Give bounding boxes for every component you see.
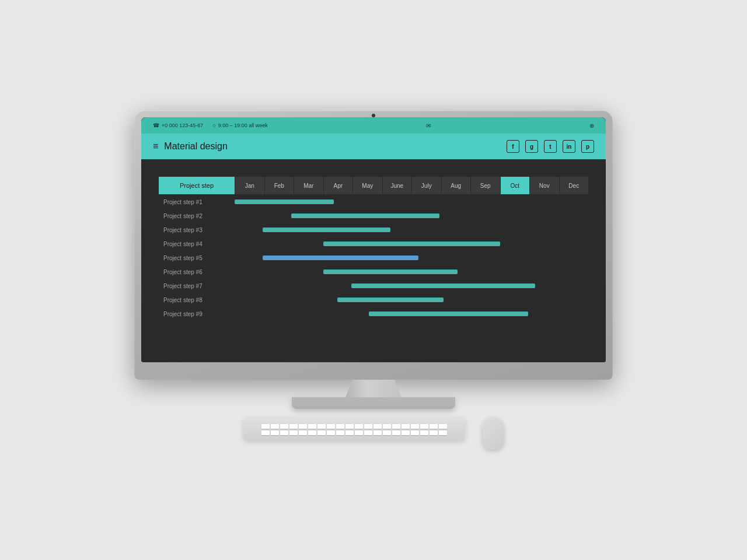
- google-plus-icon[interactable]: g: [525, 140, 538, 153]
- key: [271, 430, 279, 435]
- month-oct: Oct: [500, 177, 530, 194]
- key: [261, 424, 270, 429]
- nav-bar: ≡ Material design f g t in p: [141, 134, 606, 159]
- row-4-bar: [323, 242, 500, 246]
- row-8-track: [235, 293, 588, 306]
- key: [411, 430, 419, 435]
- month-nov: Nov: [529, 177, 559, 194]
- social-icons-group: f g t in p: [507, 140, 594, 153]
- facebook-icon[interactable]: f: [507, 140, 519, 153]
- mouse: [483, 418, 504, 450]
- twitter-icon[interactable]: t: [544, 140, 557, 153]
- key: [355, 430, 363, 435]
- row-9-bar: [369, 312, 528, 316]
- key: [280, 424, 288, 429]
- row-2-track: [235, 209, 588, 222]
- phone-icon: ☎: [153, 123, 159, 128]
- key: [261, 430, 270, 435]
- row-6-bar: [323, 270, 458, 274]
- row-3-bar: [263, 228, 390, 232]
- gantt-row-4: Project step #4: [159, 237, 588, 250]
- keyboard[interactable]: [243, 418, 465, 441]
- row-8-label: Project step #8: [159, 293, 235, 306]
- row-5-track: [235, 251, 588, 264]
- key: [327, 430, 335, 435]
- key: [327, 424, 335, 429]
- key: [374, 424, 382, 429]
- key: [439, 430, 447, 435]
- month-dec: Dec: [559, 177, 589, 194]
- gantt-row-8: Project step #8: [159, 293, 588, 306]
- key: [308, 424, 316, 429]
- month-jan: Jan: [235, 177, 264, 194]
- key: [299, 424, 307, 429]
- row-6-track: [235, 265, 588, 278]
- monitor: ☎ +0 000 123-45-67 ○ 9:00 – 19:00 all we…: [134, 110, 613, 380]
- row-7-bar: [351, 284, 535, 288]
- key: [392, 424, 400, 429]
- keyboard-row-1: [248, 424, 460, 429]
- key: [364, 430, 372, 435]
- phone-item: ☎ +0 000 123-45-67: [153, 123, 203, 128]
- row-3-label: Project step #3: [159, 223, 235, 236]
- hamburger-icon[interactable]: ≡: [153, 141, 158, 152]
- top-info-bar: ☎ +0 000 123-45-67 ○ 9:00 – 19:00 all we…: [141, 117, 606, 134]
- keyboard-row-2: [248, 430, 460, 435]
- key: [402, 424, 410, 429]
- mouse-container: [483, 418, 504, 450]
- row-2-bar: [291, 214, 440, 218]
- gantt-row-1: Project step #1: [159, 195, 588, 208]
- key: [364, 424, 372, 429]
- monitor-stand-neck: [338, 380, 409, 397]
- month-apr: Apr: [323, 177, 353, 194]
- row-1-label: Project step #1: [159, 195, 235, 208]
- key: [383, 430, 391, 435]
- key: [420, 430, 428, 435]
- month-july: July: [411, 177, 441, 194]
- key: [430, 424, 438, 429]
- key: [374, 430, 382, 435]
- key: [308, 430, 316, 435]
- row-8-bar: [337, 298, 444, 302]
- gantt-row-2: Project step #2: [159, 209, 588, 222]
- top-bar-left: ☎ +0 000 123-45-67 ○ 9:00 – 19:00 all we…: [153, 123, 268, 128]
- key: [411, 424, 419, 429]
- key: [271, 424, 279, 429]
- top-bar-right: ⊕: [589, 123, 594, 129]
- row-9-label: Project step #9: [159, 307, 235, 320]
- monitor-stand-base: [292, 397, 455, 409]
- pinterest-icon[interactable]: p: [581, 140, 594, 153]
- gantt-row-5: Project step #5: [159, 251, 588, 264]
- key: [345, 424, 354, 429]
- hours-text: 9:00 – 19:00 all week: [218, 123, 268, 128]
- gantt-row-3: Project step #3: [159, 223, 588, 236]
- row-7-track: [235, 279, 588, 292]
- monitor-bezel: ☎ +0 000 123-45-67 ○ 9:00 – 19:00 all we…: [141, 117, 606, 362]
- row-5-label: Project step #5: [159, 251, 235, 264]
- key: [317, 424, 326, 429]
- gantt-row-9: Project step #9: [159, 307, 588, 320]
- key: [345, 430, 354, 435]
- instagram-icon[interactable]: in: [563, 140, 575, 153]
- gantt-row-7: Project step #7: [159, 279, 588, 292]
- clock-icon: ○: [212, 123, 215, 128]
- key: [317, 430, 326, 435]
- key: [402, 430, 410, 435]
- nav-title: Material design: [164, 141, 228, 152]
- row-1-track: [235, 195, 588, 208]
- key: [439, 424, 447, 429]
- gantt-row-6: Project step #6: [159, 265, 588, 278]
- key: [299, 430, 307, 435]
- gantt-chart: Project step Jan Feb Mar Apr May June Ju…: [159, 177, 588, 320]
- row-9-track: [235, 307, 588, 320]
- key: [336, 430, 344, 435]
- key: [280, 430, 288, 435]
- key: [336, 424, 344, 429]
- key: [430, 430, 438, 435]
- main-content: Project step Jan Feb Mar Apr May June Ju…: [141, 159, 606, 344]
- month-feb: Feb: [264, 177, 294, 194]
- row-4-label: Project step #4: [159, 237, 235, 250]
- camera: [372, 114, 375, 117]
- key: [420, 424, 428, 429]
- row-5-bar: [263, 256, 418, 260]
